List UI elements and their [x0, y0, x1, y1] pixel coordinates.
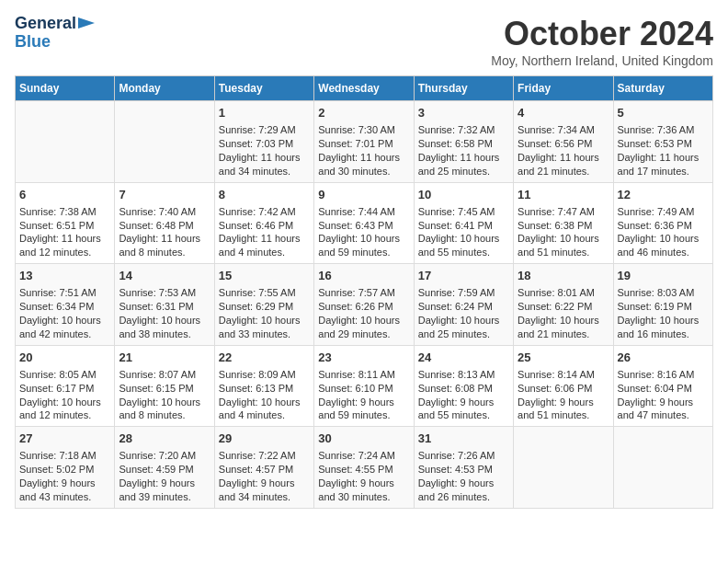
- calendar-cell: 27Sunrise: 7:18 AMSunset: 5:02 PMDayligh…: [16, 427, 115, 509]
- day-number: 31: [418, 431, 509, 447]
- day-info: Daylight: 10 hours and 38 minutes.: [119, 314, 210, 341]
- day-info: Sunrise: 7:57 AM: [318, 286, 409, 300]
- day-number: 17: [418, 268, 509, 284]
- day-info: Daylight: 9 hours and 47 minutes.: [618, 396, 709, 423]
- calendar-cell: 5Sunrise: 7:36 AMSunset: 6:53 PMDaylight…: [613, 101, 712, 183]
- day-info: Sunset: 7:03 PM: [219, 137, 310, 151]
- calendar-cell: 16Sunrise: 7:57 AMSunset: 6:26 PMDayligh…: [314, 264, 414, 346]
- day-info: Sunset: 6:43 PM: [318, 219, 409, 233]
- col-header-tuesday: Tuesday: [214, 76, 313, 101]
- calendar-cell: 29Sunrise: 7:22 AMSunset: 4:57 PMDayligh…: [214, 427, 313, 509]
- day-info: Sunrise: 7:40 AM: [119, 205, 210, 219]
- logo-flag-icon: [76, 16, 97, 32]
- calendar-cell: 30Sunrise: 7:24 AMSunset: 4:55 PMDayligh…: [314, 427, 414, 509]
- day-info: Sunrise: 7:36 AM: [618, 123, 709, 137]
- day-number: 14: [119, 268, 210, 284]
- day-info: Sunset: 4:57 PM: [219, 463, 310, 477]
- location-subtitle: Moy, Northern Ireland, United Kingdom: [491, 53, 713, 68]
- day-info: Sunrise: 7:45 AM: [418, 205, 509, 219]
- day-number: 20: [19, 350, 110, 366]
- day-number: 30: [318, 431, 409, 447]
- calendar-cell: 20Sunrise: 8:05 AMSunset: 6:17 PMDayligh…: [16, 345, 115, 427]
- day-number: 28: [119, 431, 210, 447]
- day-info: Sunset: 6:24 PM: [418, 300, 509, 314]
- day-info: Daylight: 9 hours and 39 minutes.: [119, 477, 210, 504]
- day-info: Sunset: 6:58 PM: [418, 137, 509, 151]
- day-number: 11: [518, 187, 609, 203]
- day-info: Sunset: 6:48 PM: [119, 219, 210, 233]
- day-info: Sunset: 6:41 PM: [418, 219, 509, 233]
- day-info: Sunset: 6:19 PM: [618, 300, 709, 314]
- calendar-cell: 3Sunrise: 7:32 AMSunset: 6:58 PMDaylight…: [414, 101, 513, 183]
- day-number: 13: [19, 268, 110, 284]
- calendar-cell: 17Sunrise: 7:59 AMSunset: 6:24 PMDayligh…: [414, 264, 513, 346]
- day-info: Sunset: 6:31 PM: [119, 300, 210, 314]
- col-header-saturday: Saturday: [613, 76, 712, 101]
- day-info: Sunrise: 7:38 AM: [19, 205, 110, 219]
- day-info: Sunset: 6:15 PM: [119, 382, 210, 396]
- calendar-week-3: 13Sunrise: 7:51 AMSunset: 6:34 PMDayligh…: [16, 264, 713, 346]
- day-info: Sunrise: 7:49 AM: [618, 205, 709, 219]
- day-info: Sunset: 6:36 PM: [618, 219, 709, 233]
- calendar-cell: 8Sunrise: 7:42 AMSunset: 6:46 PMDaylight…: [214, 182, 313, 264]
- day-info: Sunrise: 8:16 AM: [618, 368, 709, 382]
- day-info: Daylight: 11 hours and 4 minutes.: [219, 232, 310, 259]
- day-info: Daylight: 10 hours and 16 minutes.: [618, 314, 709, 341]
- day-info: Daylight: 9 hours and 34 minutes.: [219, 477, 310, 504]
- day-info: Daylight: 9 hours and 43 minutes.: [19, 477, 110, 504]
- col-header-monday: Monday: [115, 76, 214, 101]
- day-info: Sunset: 6:46 PM: [219, 219, 310, 233]
- logo-blue: Blue: [15, 33, 51, 52]
- day-number: 8: [219, 187, 310, 203]
- svg-marker-0: [78, 17, 95, 29]
- day-number: 27: [19, 431, 110, 447]
- day-info: Daylight: 10 hours and 29 minutes.: [318, 314, 409, 341]
- day-info: Daylight: 10 hours and 46 minutes.: [618, 232, 709, 259]
- day-info: Sunrise: 7:47 AM: [518, 205, 609, 219]
- calendar-cell: 19Sunrise: 8:03 AMSunset: 6:19 PMDayligh…: [613, 264, 712, 346]
- day-info: Sunrise: 8:11 AM: [318, 368, 409, 382]
- calendar-cell: [16, 101, 115, 183]
- day-number: 1: [219, 105, 310, 121]
- day-info: Daylight: 11 hours and 25 minutes.: [418, 151, 509, 178]
- day-info: Sunset: 6:26 PM: [318, 300, 409, 314]
- col-header-sunday: Sunday: [16, 76, 115, 101]
- day-info: Sunrise: 7:18 AM: [19, 449, 110, 463]
- calendar-header-row: SundayMondayTuesdayWednesdayThursdayFrid…: [16, 76, 713, 101]
- calendar-cell: 7Sunrise: 7:40 AMSunset: 6:48 PMDaylight…: [115, 182, 214, 264]
- day-info: Sunrise: 7:29 AM: [219, 123, 310, 137]
- day-number: 5: [618, 105, 709, 121]
- day-info: Sunrise: 7:32 AM: [418, 123, 509, 137]
- day-info: Daylight: 10 hours and 25 minutes.: [418, 314, 509, 341]
- day-info: Sunset: 7:01 PM: [318, 137, 409, 151]
- day-number: 7: [119, 187, 210, 203]
- day-number: 3: [418, 105, 509, 121]
- day-info: Sunset: 6:51 PM: [19, 219, 110, 233]
- calendar-cell: 10Sunrise: 7:45 AMSunset: 6:41 PMDayligh…: [414, 182, 513, 264]
- day-info: Sunset: 6:29 PM: [219, 300, 310, 314]
- day-info: Daylight: 11 hours and 34 minutes.: [219, 151, 310, 178]
- day-info: Sunrise: 7:51 AM: [19, 286, 110, 300]
- calendar-cell: 4Sunrise: 7:34 AMSunset: 6:56 PMDaylight…: [514, 101, 613, 183]
- day-number: 4: [518, 105, 609, 121]
- calendar-week-4: 20Sunrise: 8:05 AMSunset: 6:17 PMDayligh…: [16, 345, 713, 427]
- day-info: Sunrise: 8:14 AM: [518, 368, 609, 382]
- calendar-cell: 15Sunrise: 7:55 AMSunset: 6:29 PMDayligh…: [214, 264, 313, 346]
- col-header-wednesday: Wednesday: [314, 76, 414, 101]
- calendar-week-1: 1Sunrise: 7:29 AMSunset: 7:03 PMDaylight…: [16, 101, 713, 183]
- day-number: 29: [219, 431, 310, 447]
- title-block: October 2024 Moy, Northern Ireland, Unit…: [491, 15, 713, 68]
- day-number: 15: [219, 268, 310, 284]
- day-number: 26: [618, 350, 709, 366]
- day-info: Daylight: 9 hours and 30 minutes.: [318, 477, 409, 504]
- day-number: 16: [318, 268, 409, 284]
- calendar-cell: 1Sunrise: 7:29 AMSunset: 7:03 PMDaylight…: [214, 101, 313, 183]
- day-info: Daylight: 10 hours and 4 minutes.: [219, 396, 310, 423]
- day-info: Sunset: 4:55 PM: [318, 463, 409, 477]
- day-number: 6: [19, 187, 110, 203]
- calendar-week-5: 27Sunrise: 7:18 AMSunset: 5:02 PMDayligh…: [16, 427, 713, 509]
- calendar-cell: 11Sunrise: 7:47 AMSunset: 6:38 PMDayligh…: [514, 182, 613, 264]
- day-info: Daylight: 10 hours and 21 minutes.: [518, 314, 609, 341]
- day-info: Daylight: 11 hours and 8 minutes.: [119, 232, 210, 259]
- calendar-cell: 9Sunrise: 7:44 AMSunset: 6:43 PMDaylight…: [314, 182, 414, 264]
